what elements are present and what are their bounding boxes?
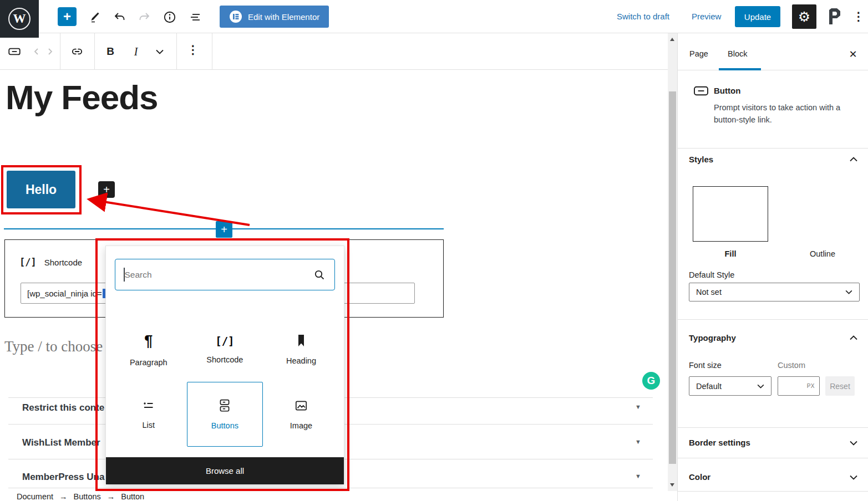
details-button[interactable] [162, 9, 177, 25]
chevron-down-icon [156, 49, 164, 54]
options-menu-button[interactable]: ⋮ [852, 8, 865, 25]
tab-block[interactable]: Block [728, 49, 747, 58]
block-item-shortcode[interactable]: [/] Shortcode [187, 317, 263, 382]
empty-block-placeholder[interactable]: Type / to choose [4, 338, 103, 355]
plus-icon: + [103, 183, 110, 196]
style-outline-label[interactable]: Outline [785, 249, 860, 258]
block-card-icon [693, 84, 709, 98]
vertical-scrollbar[interactable] [668, 33, 677, 491]
tab-page[interactable]: Page [689, 49, 708, 58]
block-search-input[interactable] [125, 270, 313, 280]
meta-row-memberpress[interactable]: MemberPress Una [22, 472, 104, 483]
move-right-button[interactable] [42, 44, 58, 59]
block-item-image[interactable]: Image [263, 382, 339, 447]
block-inserter-button[interactable]: + [58, 7, 77, 26]
breadcrumb-separator: → [59, 492, 68, 501]
more-formatting-button[interactable] [152, 44, 167, 59]
bold-button[interactable]: B [103, 44, 118, 59]
chevron-up-icon [850, 335, 857, 340]
hello-button-block[interactable]: Hello [7, 171, 75, 208]
color-panel-heading[interactable]: Color [689, 472, 710, 482]
chevron-down-icon [850, 441, 857, 446]
preview-link[interactable]: Preview [692, 12, 721, 21]
divider [678, 148, 868, 149]
wordpress-menu-button[interactable]: W [0, 0, 39, 38]
breadcrumb-buttons[interactable]: Buttons [74, 492, 101, 501]
p-plugin-logo-icon[interactable] [825, 7, 842, 26]
meta-row-toggle-icon[interactable]: ▼ [635, 473, 641, 479]
font-size-label: Font size [689, 361, 722, 370]
meta-row-toggle-icon[interactable]: ▼ [635, 403, 641, 410]
breadcrumb-button[interactable]: Button [121, 492, 144, 501]
collapse-styles-button[interactable] [847, 152, 860, 166]
block-inserter-popup: ¶ Paragraph [/] Shortcode Heading List B… [105, 246, 344, 484]
style-fill-preview[interactable] [693, 186, 768, 242]
expand-color-button[interactable] [847, 471, 860, 484]
block-item-list[interactable]: List [110, 382, 187, 447]
pencil-icon [88, 11, 101, 24]
breadcrumb-separator: → [107, 492, 115, 501]
block-grid: ¶ Paragraph [/] Shortcode Heading List B… [110, 317, 339, 447]
shortcode-block-header: [/] Shortcode [19, 257, 82, 268]
undo-button[interactable] [112, 9, 128, 25]
block-options-button[interactable]: ⋮ [185, 42, 201, 58]
chevron-right-icon [45, 47, 54, 56]
button-block-type-icon[interactable] [7, 44, 22, 59]
block-inserter-between-button[interactable]: + [216, 221, 232, 238]
grammarly-icon[interactable]: G [642, 372, 660, 390]
px-unit-label: PX [807, 383, 815, 389]
block-item-heading[interactable]: Heading [263, 317, 339, 382]
scroll-up-icon[interactable] [670, 38, 674, 41]
update-button[interactable]: Update [735, 6, 780, 27]
kebab-menu-icon: ⋮ [853, 10, 865, 23]
font-size-select[interactable]: Default [689, 376, 771, 396]
divider [678, 491, 868, 492]
list-view-button[interactable] [187, 9, 203, 25]
collapse-typography-button[interactable] [847, 331, 860, 344]
redo-button[interactable] [136, 9, 152, 25]
image-icon [294, 398, 308, 413]
toolbar-separator [60, 33, 60, 69]
link-button[interactable] [69, 44, 85, 59]
browse-all-button[interactable]: Browse all [106, 457, 344, 484]
shortcode-input-value: [wp_social_ninja id= [27, 289, 102, 298]
expand-border-settings-button[interactable] [847, 436, 860, 449]
block-item-buttons[interactable]: Buttons [187, 382, 263, 447]
chevron-down-icon [757, 384, 764, 388]
border-settings-panel-heading[interactable]: Border settings [689, 438, 750, 447]
italic-button[interactable]: I [128, 44, 144, 59]
edit-mode-button[interactable] [87, 9, 102, 25]
styles-panel-heading[interactable]: Styles [689, 155, 713, 164]
default-style-select[interactable]: Not set [689, 283, 860, 301]
switch-to-draft-link[interactable]: Switch to draft [617, 12, 669, 21]
block-search-box [115, 259, 335, 290]
wordpress-editor: + Edit with Elementor Switch to draft Pr… [0, 0, 868, 501]
info-icon [163, 10, 177, 24]
undo-icon [113, 11, 126, 24]
meta-row-wishlist-member[interactable]: WishList Member [22, 437, 100, 448]
scroll-down-icon[interactable] [670, 483, 674, 487]
settings-gear-button[interactable]: ⚙ [792, 4, 816, 29]
wordpress-logo-icon: W [8, 8, 31, 30]
shortcode-icon: [/] [215, 335, 234, 347]
kebab-menu-icon: ⋮ [187, 43, 199, 57]
close-sidebar-button[interactable]: ✕ [844, 45, 862, 63]
sidebar-tabs: Page Block ✕ [678, 33, 868, 70]
reset-font-size-button[interactable]: Reset [825, 376, 855, 396]
breadcrumb-document[interactable]: Document [17, 492, 53, 501]
custom-font-size-input[interactable]: PX [778, 376, 820, 396]
edit-with-elementor-button[interactable]: Edit with Elementor [220, 6, 329, 28]
scrollbar-thumb[interactable] [669, 91, 676, 464]
meta-row-restrict-content[interactable]: Restrict this conte [22, 402, 104, 413]
button-block-icon [693, 84, 709, 98]
settings-sidebar: Page Block ✕ Button Prompt visitors to t… [677, 33, 868, 501]
meta-row-toggle-icon[interactable]: ▼ [635, 438, 641, 445]
page-title: My Feeds [6, 78, 158, 117]
add-button-appender[interactable]: + [98, 181, 115, 198]
default-style-label: Default Style [689, 270, 734, 279]
toolbar-separator [176, 33, 177, 69]
style-fill-label[interactable]: Fill [693, 249, 768, 258]
block-item-paragraph[interactable]: ¶ Paragraph [110, 317, 187, 382]
list-view-icon [189, 11, 202, 24]
typography-panel-heading[interactable]: Typography [689, 333, 736, 342]
